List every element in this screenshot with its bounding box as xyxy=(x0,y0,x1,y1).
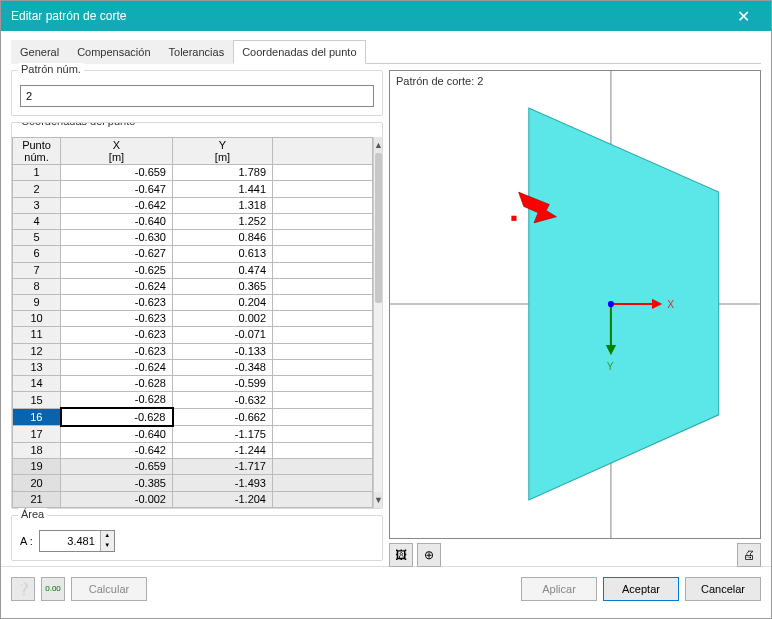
table-row[interactable]: 15-0.628-0.632 xyxy=(13,392,373,409)
help-icon[interactable]: ❔ xyxy=(11,577,35,601)
table-row[interactable]: 1-0.6591.789 xyxy=(13,165,373,181)
table-row[interactable]: 8-0.6240.365 xyxy=(13,278,373,294)
axis-y-label: Y xyxy=(607,361,614,372)
units-icon[interactable]: 0.00 xyxy=(41,577,65,601)
title-bar: Editar patrón de corte ✕ xyxy=(1,1,771,31)
area-spinner[interactable]: ▲ ▼ xyxy=(39,530,115,552)
table-row[interactable]: 5-0.6300.846 xyxy=(13,230,373,246)
window-title: Editar patrón de corte xyxy=(11,9,723,23)
footer-bar: ❔ 0.00 Calcular Aplicar Aceptar Cancelar xyxy=(1,566,771,610)
hdr-punto: Puntonúm. xyxy=(13,138,61,165)
scroll-thumb[interactable] xyxy=(375,153,382,303)
pattern-viewport[interactable]: Patrón de corte: 2 X Y xyxy=(389,70,761,539)
viewport-btn-print-icon[interactable]: 🖨 xyxy=(737,543,761,567)
coordenadas-label: Coordenadas del punto xyxy=(18,122,138,127)
table-row[interactable]: 7-0.6250.474 xyxy=(13,262,373,278)
content-area: General Compensación Tolerancias Coorden… xyxy=(1,31,771,566)
patron-num-label: Patrón núm. xyxy=(18,63,84,75)
viewport-btn-1-icon[interactable]: 🖼 xyxy=(389,543,413,567)
axis-x-label: X xyxy=(667,299,674,310)
area-value-input[interactable] xyxy=(40,535,100,547)
scroll-up-icon[interactable]: ▲ xyxy=(374,137,382,153)
tab-bar: General Compensación Tolerancias Coorden… xyxy=(11,39,761,64)
calcular-button[interactable]: Calcular xyxy=(71,577,147,601)
table-row[interactable]: 4-0.6401.252 xyxy=(13,213,373,229)
tab-compensacion[interactable]: Compensación xyxy=(68,40,159,64)
scroll-down-icon[interactable]: ▼ xyxy=(374,492,382,508)
table-row[interactable]: 10-0.6230.002 xyxy=(13,311,373,327)
table-row[interactable]: 11-0.623-0.071 xyxy=(13,327,373,343)
table-row[interactable]: 3-0.6421.318 xyxy=(13,197,373,213)
table-row[interactable]: 6-0.6270.613 xyxy=(13,246,373,262)
aplicar-button[interactable]: Aplicar xyxy=(521,577,597,601)
area-label: Área xyxy=(18,508,47,520)
tab-general[interactable]: General xyxy=(11,40,68,64)
hdr-x: X[m] xyxy=(61,138,173,165)
hdr-empty xyxy=(273,138,373,165)
table-row[interactable]: 20-0.385-1.493 xyxy=(13,475,373,491)
viewport-btn-2-icon[interactable]: ⊕ xyxy=(417,543,441,567)
svg-rect-8 xyxy=(511,216,516,221)
tab-tolerancias[interactable]: Tolerancias xyxy=(160,40,234,64)
table-row[interactable]: 18-0.642-1.244 xyxy=(13,442,373,458)
coord-table[interactable]: Puntonúm. X[m] Y[m] 1-0.6591.7892-0.6471… xyxy=(12,137,373,508)
group-coordenadas: Coordenadas del punto Puntonúm. X[m] Y[m… xyxy=(11,122,383,509)
table-row[interactable]: 17-0.640-1.175 xyxy=(13,426,373,443)
table-row[interactable]: 21-0.002-1.204 xyxy=(13,491,373,507)
spin-up-icon[interactable]: ▲ xyxy=(100,531,114,541)
group-area: Área A : ▲ ▼ xyxy=(11,515,383,561)
group-patron-num: Patrón núm. xyxy=(11,70,383,116)
viewport-title: Patrón de corte: 2 xyxy=(396,75,483,87)
table-row[interactable]: 9-0.6230.204 xyxy=(13,294,373,310)
tab-coordenadas[interactable]: Coordenadas del punto xyxy=(233,40,365,64)
area-a-label: A : xyxy=(20,535,33,547)
hdr-y: Y[m] xyxy=(173,138,273,165)
table-row[interactable]: 14-0.628-0.599 xyxy=(13,376,373,392)
close-icon[interactable]: ✕ xyxy=(723,7,763,26)
table-row[interactable]: 12-0.623-0.133 xyxy=(13,343,373,359)
aceptar-button[interactable]: Aceptar xyxy=(603,577,679,601)
table-row[interactable]: 16-0.628-0.662 xyxy=(13,408,373,425)
cancelar-button[interactable]: Cancelar xyxy=(685,577,761,601)
patron-num-input[interactable] xyxy=(20,85,374,107)
table-scrollbar[interactable]: ▲ ▼ xyxy=(373,137,382,508)
svg-point-7 xyxy=(608,301,614,307)
spin-down-icon[interactable]: ▼ xyxy=(100,541,114,551)
table-row[interactable]: 2-0.6471.441 xyxy=(13,181,373,197)
table-row[interactable]: 19-0.659-1.717 xyxy=(13,459,373,475)
table-row[interactable]: 13-0.624-0.348 xyxy=(13,359,373,375)
